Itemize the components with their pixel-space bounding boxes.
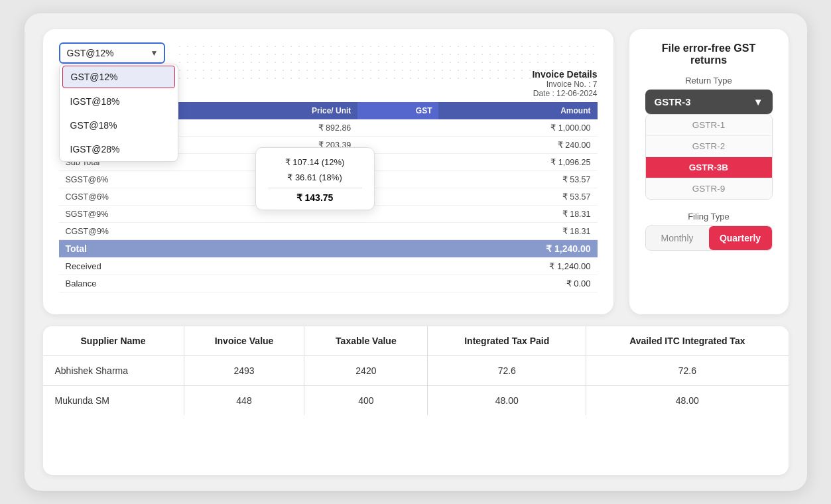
col-taxable-value: Taxable Value [304, 326, 428, 356]
col-supplier-name: Supplier Name [43, 326, 184, 356]
return-type-selected: GSTR-3 [655, 96, 691, 107]
gst-returns-card: File error-free GST returns Return Type … [629, 29, 789, 314]
row2-amount: ₹ 240.00 [438, 137, 597, 154]
row1-amount: ₹ 1,000.00 [438, 119, 597, 137]
sgst9-label: SGST@9% [59, 206, 214, 223]
received-amount: ₹ 1,240.00 [438, 258, 597, 275]
row1-gst [357, 119, 438, 137]
quarterly-button[interactable]: Quarterly [709, 226, 772, 250]
col-invoice-value: Invoice Value [184, 326, 304, 356]
main-container: GST@12% IGST@18% GST@18% IGST@28% ▼ GST@… [25, 13, 807, 491]
balance-label: Balance [59, 275, 214, 292]
col-integrated-tax: Integrated Tax Paid [428, 326, 586, 356]
integrated-tax-1: 72.6 [428, 356, 586, 386]
col-header-amount: Amount [438, 102, 597, 119]
received-row: Received ₹ 1,240.00 [59, 258, 598, 275]
total-s2 [357, 240, 438, 258]
balance-s2 [357, 275, 438, 292]
col-header-price: Price/ Unit [214, 102, 357, 119]
sgst6-amount: ₹ 53.57 [438, 171, 597, 188]
return-option-gstr3b[interactable]: GSTR-3B [646, 157, 772, 178]
dropdown-item-gst12[interactable]: GST@12% [62, 66, 175, 88]
gst-dropdown[interactable]: GST@12% IGST@18% GST@18% IGST@28% [59, 42, 165, 64]
return-option-gstr2[interactable]: GSTR-2 [646, 136, 772, 157]
total-row: Total ₹ 1,240.00 [59, 240, 598, 258]
gst-popup: ₹ 107.14 (12%) ₹ 36.61 (18%) ₹ 143.75 [255, 147, 375, 210]
received-s2 [357, 258, 438, 275]
balance-s1 [214, 275, 357, 292]
taxable-value-1: 2420 [304, 356, 428, 386]
monthly-button[interactable]: Monthly [646, 226, 709, 250]
availed-itc-2: 48.00 [586, 386, 789, 416]
return-dropdown-arrow-icon: ▼ [753, 96, 763, 107]
invoice-card: GST@12% IGST@18% GST@18% IGST@28% ▼ GST@… [43, 29, 613, 314]
data-table-card: Supplier Name Invoice Value Taxable Valu… [43, 326, 789, 475]
dropdown-item-gst18[interactable]: GST@18% [60, 113, 178, 137]
cgst9-s2 [357, 223, 438, 240]
dropdown-item-igst18[interactable]: IGST@18% [60, 90, 178, 113]
total-amount: ₹ 1,240.00 [438, 240, 597, 258]
filing-type-section: Filing Type Monthly Quarterly [645, 212, 773, 251]
invoice-value-2: 448 [184, 386, 304, 416]
gst-popup-item-2: ₹ 36.61 (18%) [268, 170, 362, 185]
row1-price: ₹ 892.86 [214, 119, 357, 137]
balance-row: Balance ₹ 0.00 [59, 275, 598, 292]
sgst6-label: SGST@6% [59, 171, 214, 188]
supplier-2: Mukunda SM [43, 386, 184, 416]
total-label: Total [59, 240, 214, 258]
data-table: Supplier Name Invoice Value Taxable Valu… [43, 326, 789, 415]
received-label: Received [59, 258, 214, 275]
total-s1 [214, 240, 357, 258]
invoice-value-1: 2493 [184, 356, 304, 386]
integrated-tax-2: 48.00 [428, 386, 586, 416]
gst-popup-item-1: ₹ 107.14 (12%) [268, 155, 362, 170]
cgst6-label: CGST@6% [59, 188, 214, 206]
cgst9-s1 [214, 223, 357, 240]
table-header-row: Supplier Name Invoice Value Taxable Valu… [43, 326, 789, 356]
col-availed-itc: Availed ITC Integrated Tax [586, 326, 789, 356]
top-section: GST@12% IGST@18% GST@18% IGST@28% ▼ GST@… [43, 29, 789, 314]
cgst6-amount: ₹ 53.57 [438, 188, 597, 206]
cgst9-label: CGST@9% [59, 223, 214, 240]
sgst9-amount: ₹ 18.31 [438, 206, 597, 223]
return-type-label: Return Type [645, 76, 773, 86]
return-type-menu[interactable]: GSTR-1 GSTR-2 GSTR-3B GSTR-9 [645, 114, 773, 200]
supplier-1: Abhishek Sharma [43, 356, 184, 386]
return-type-dropdown[interactable]: GSTR-3 ▼ [645, 90, 773, 114]
gst-dropdown-menu[interactable]: GST@12% IGST@18% GST@18% IGST@28% [59, 64, 178, 162]
filing-type-label: Filing Type [645, 212, 773, 221]
col-header-gst: GST [357, 102, 438, 119]
gst-returns-title: File error-free GST returns [645, 42, 773, 66]
subtotal-amount: ₹ 1,096.25 [438, 154, 597, 171]
cgst9-amount: ₹ 18.31 [438, 223, 597, 240]
cgst9-row: CGST@9% ₹ 18.31 [59, 223, 598, 240]
table-row-abhishek: Abhishek Sharma 2493 2420 72.6 72.6 [43, 356, 789, 386]
filing-type-buttons: Monthly Quarterly [645, 225, 773, 251]
availed-itc-1: 72.6 [586, 356, 789, 386]
balance-amount: ₹ 0.00 [438, 275, 597, 292]
table-row-mukunda: Mukunda SM 448 400 48.00 48.00 [43, 386, 789, 416]
received-s1 [214, 258, 357, 275]
dropdown-item-igst28[interactable]: IGST@28% [60, 137, 178, 161]
return-option-gstr9[interactable]: GSTR-9 [646, 178, 772, 199]
taxable-value-2: 400 [304, 386, 428, 416]
gst-popup-total: ₹ 143.75 [268, 188, 362, 203]
return-option-gstr1[interactable]: GSTR-1 [646, 115, 772, 136]
return-type-section: Return Type GSTR-3 ▼ GSTR-1 GSTR-2 GSTR-… [645, 76, 773, 200]
gst-dropdown-wrapper[interactable]: GST@12% IGST@18% GST@18% IGST@28% ▼ GST@… [59, 42, 165, 64]
